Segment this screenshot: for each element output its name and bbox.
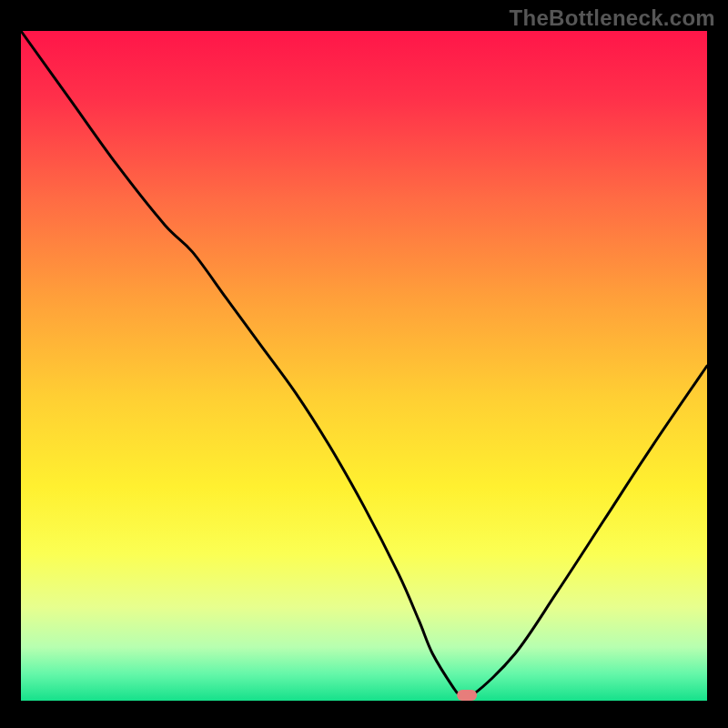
gradient-background [21,31,707,701]
watermark-text: TheBottleneck.com [510,5,715,31]
chart-container: TheBottleneck.com [0,0,728,728]
optimal-point-marker [457,690,477,701]
bottleneck-chart [0,0,728,728]
